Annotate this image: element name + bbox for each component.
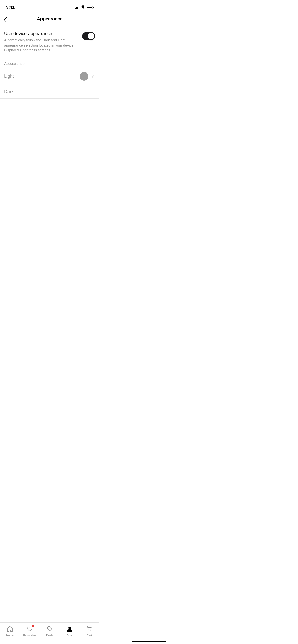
battery-icon: [87, 6, 93, 9]
dark-option[interactable]: Dark: [0, 85, 99, 98]
status-icons: [75, 5, 93, 9]
wifi-icon: [81, 5, 85, 9]
device-appearance-section: Use device appearance Automatically foll…: [0, 25, 99, 59]
back-chevron-icon: [4, 17, 9, 22]
signal-bars-icon: [75, 6, 79, 9]
light-option-check: ✓: [91, 74, 95, 79]
device-appearance-desc: Automatically follow the Dark and Light …: [4, 38, 79, 53]
content: Use device appearance Automatically foll…: [0, 25, 99, 99]
nav-header: Appearance: [0, 13, 99, 25]
device-appearance-title: Use device appearance: [4, 31, 79, 36]
status-bar: 9:41: [0, 0, 99, 13]
dark-option-label: Dark: [4, 89, 95, 94]
device-appearance-toggle[interactable]: [82, 32, 95, 40]
toggle-knob: [88, 33, 94, 39]
light-option-label: Light: [4, 74, 80, 79]
appearance-options: Light ✓ Dark: [0, 68, 99, 99]
status-time: 9:41: [6, 5, 15, 10]
appearance-section-label: Appearance: [0, 59, 99, 68]
light-option[interactable]: Light ✓: [0, 68, 99, 85]
back-button[interactable]: [4, 16, 9, 22]
page-title: Appearance: [37, 16, 62, 22]
device-appearance-text: Use device appearance Automatically foll…: [4, 31, 79, 53]
light-preview-circle: [80, 72, 88, 81]
